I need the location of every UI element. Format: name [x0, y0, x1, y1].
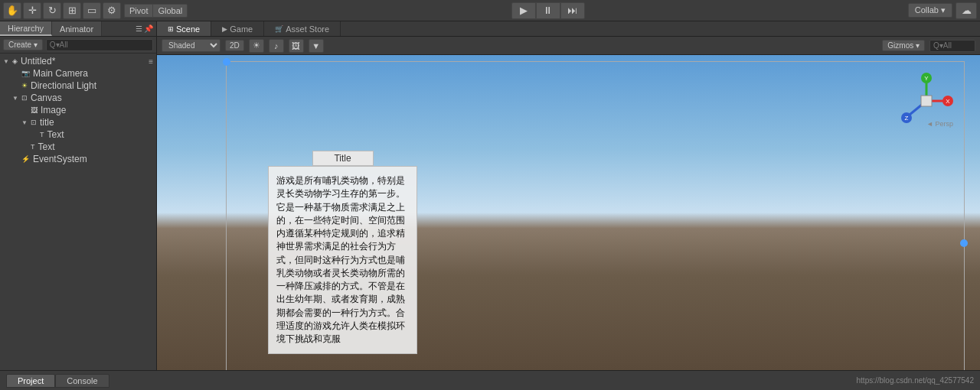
lighting-btn[interactable]: ☀: [249, 39, 264, 53]
tree-item-image[interactable]: 🖼 Image: [0, 104, 156, 116]
tree-arrow: ▼: [12, 95, 20, 102]
pause-btn[interactable]: ⏸: [536, 2, 560, 19]
move-tool-btn[interactable]: ✛: [23, 2, 41, 19]
pivot-btn[interactable]: Pivot: [124, 4, 152, 18]
asset-tab-label: Asset Store: [286, 24, 329, 34]
hierarchy-tree: ▼ ◈ Untitled* ≡ 📷 Main Camera ☀ Directio…: [0, 54, 156, 370]
tab-animator[interactable]: Animator: [52, 21, 102, 36]
nav-gizmo: Y X Z ◄ Persp: [896, 70, 957, 132]
tab-game[interactable]: ▶ Game: [211, 21, 264, 36]
gizmos-btn[interactable]: Gizmos ▾: [882, 40, 925, 51]
tree-arrow: ▼: [21, 119, 29, 126]
collab-button[interactable]: Collab ▾: [908, 3, 952, 18]
status-tabs: Project Console: [6, 374, 109, 388]
canvas-icon: ⊡: [21, 94, 28, 102]
tree-item-text2[interactable]: T Text: [0, 141, 156, 153]
step-btn[interactable]: ⏭: [560, 2, 585, 19]
options-icon[interactable]: ≡: [149, 57, 153, 66]
tree-label: Image: [41, 105, 66, 115]
svg-text:Z: Z: [905, 115, 909, 122]
text-icon: T: [40, 131, 44, 138]
tree-item-maincamera[interactable]: 📷 Main Camera: [0, 67, 156, 80]
play-btn[interactable]: ▶: [511, 2, 536, 19]
svg-text:X: X: [946, 98, 950, 105]
asset-tab-icon: 🛒: [275, 25, 283, 33]
image-icon: 🖼: [31, 106, 38, 114]
status-url: https://blog.csdn.net/qq_42577542: [857, 376, 974, 385]
scene-search-input[interactable]: [929, 40, 975, 52]
content-box: 游戏是所有哺乳类动物，特别是灵长类动物学习生存的第一步。它是一种基于物质需求满足…: [268, 166, 417, 354]
tree-label: Directional Light: [31, 80, 96, 91]
scene-tabs: ⊞ Scene ▶ Game 🛒 Asset Store: [157, 21, 980, 37]
tool-group: ✋ ✛ ↻ ⊞ ▭ ⚙: [3, 2, 121, 19]
hierarchy-tabs: Hierarchy Animator ☰ 📌: [0, 21, 156, 37]
tree-label: Canvas: [31, 93, 62, 103]
tree-item-eventsystem[interactable]: ⚡ EventSystem: [0, 153, 156, 165]
scene-controls: Shaded Wireframe 2D ☀ ♪ 🖼 ▼ Gizmos ▾: [157, 37, 980, 55]
create-dropdown-btn[interactable]: Create ▾: [3, 39, 43, 50]
tree-label: title: [40, 117, 54, 128]
settings-tool-btn[interactable]: ⚙: [103, 2, 121, 19]
scene-area: ⊞ Scene ▶ Game 🛒 Asset Store Shaded Wire…: [157, 21, 980, 370]
hierarchy-search-input[interactable]: [46, 39, 153, 51]
tree-item-canvas[interactable]: ▼ ⊡ Canvas: [0, 92, 156, 104]
tree-item-directionallight[interactable]: ☀ Directional Light: [0, 80, 156, 92]
tab-scene[interactable]: ⊞ Scene: [157, 21, 211, 36]
tab-project[interactable]: Project: [6, 374, 55, 388]
svg-rect-9: [921, 96, 932, 106]
tree-label: Text: [47, 129, 64, 140]
scene-tab-icon: ⊞: [168, 25, 174, 33]
tab-assetstore[interactable]: 🛒 Asset Store: [264, 21, 341, 36]
left-panel: Hierarchy Animator ☰ 📌 Create ▾ ▼ ◈ Unti…: [0, 21, 157, 370]
tree-label: Text: [38, 141, 55, 152]
title-panel: Title 游戏是所有哺乳类动物，特别是灵长类动物学习生存的第一步。它是一种基于…: [268, 151, 417, 354]
transform-tool-btn[interactable]: ⊞: [63, 2, 81, 19]
game-tab-label: Game: [230, 24, 253, 34]
tree-arrow: ▼: [3, 58, 11, 65]
tree-label: EventSystem: [33, 154, 87, 164]
play-controls: ▶ ⏸ ⏭: [511, 2, 585, 19]
cloud-btn[interactable]: ☁: [956, 2, 977, 19]
hierarchy-toolbar: Create ▾: [0, 37, 156, 54]
top-toolbar: ✋ ✛ ↻ ⊞ ▭ ⚙ Pivot Global ▶ ⏸ ⏭ Collab ▾ …: [0, 0, 980, 21]
tree-item-title[interactable]: ▼ ⊡ title: [0, 116, 156, 128]
settings-btn[interactable]: ▼: [309, 39, 324, 53]
rect-tool-btn[interactable]: ▭: [83, 2, 101, 19]
tree-label: Untitled*: [21, 56, 55, 67]
pivot-global-group: Pivot Global: [124, 4, 188, 18]
status-bar: Project Console https://blog.csdn.net/qq…: [0, 370, 980, 390]
persp-label: ◄ Persp: [926, 120, 953, 128]
tree-label: Main Camera: [33, 68, 88, 79]
tree-item-text1[interactable]: T Text: [0, 128, 156, 141]
tab-hierarchy[interactable]: Hierarchy: [0, 21, 52, 36]
hierarchy-pin-icon[interactable]: 📌: [144, 24, 153, 33]
scene-tab-label: Scene: [176, 24, 200, 34]
light-icon: ☀: [21, 82, 28, 89]
main-area: Hierarchy Animator ☰ 📌 Create ▾ ▼ ◈ Unti…: [0, 21, 980, 370]
hand-tool-btn[interactable]: ✋: [3, 2, 21, 19]
svg-text:Y: Y: [924, 75, 929, 82]
hierarchy-menu-icon[interactable]: ☰: [136, 24, 142, 33]
event-icon: ⚡: [21, 155, 30, 163]
scene-viewport[interactable]: Title 游戏是所有哺乳类动物，特别是灵长类动物学习生存的第一步。它是一种基于…: [157, 55, 980, 370]
refresh-tool-btn[interactable]: ↻: [43, 2, 61, 19]
shaded-select[interactable]: Shaded Wireframe: [162, 39, 220, 52]
tab-console[interactable]: Console: [55, 374, 109, 388]
tree-item-untitled[interactable]: ▼ ◈ Untitled* ≡: [0, 55, 156, 67]
game-tab-icon: ▶: [222, 25, 227, 33]
global-btn[interactable]: Global: [152, 4, 188, 18]
title-label-box: Title: [312, 151, 374, 166]
gameobj-icon: ⊡: [31, 119, 37, 126]
text-icon2: T: [31, 143, 35, 151]
fx-btn[interactable]: 🖼: [289, 39, 304, 53]
unity-icon: ◈: [12, 57, 18, 65]
camera-icon: 📷: [21, 70, 30, 77]
audio-btn[interactable]: ♪: [269, 39, 284, 53]
2d-btn[interactable]: 2D: [225, 40, 244, 51]
